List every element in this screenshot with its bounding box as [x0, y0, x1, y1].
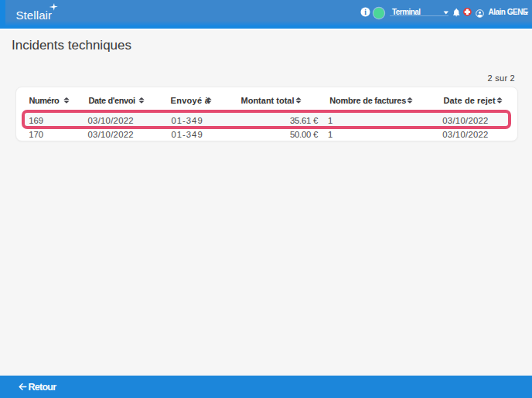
- svg-text:i: i: [364, 9, 367, 16]
